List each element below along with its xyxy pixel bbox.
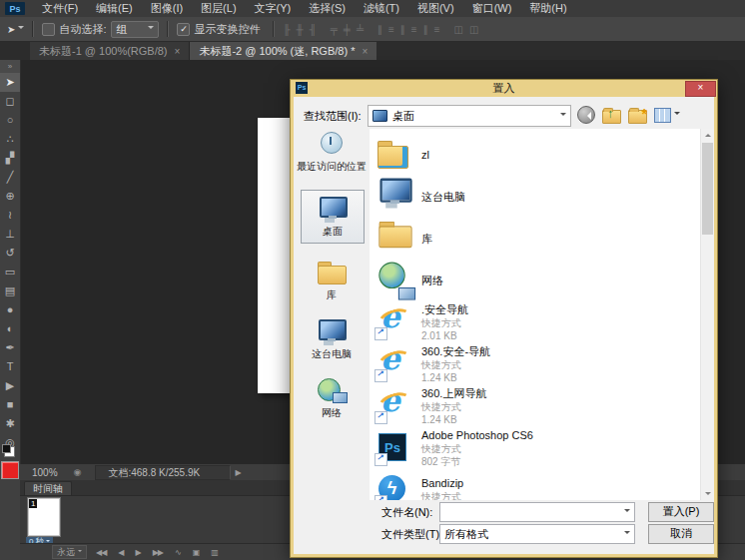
- delete-frame-button[interactable]: ▥: [211, 548, 218, 557]
- list-item[interactable]: Adobe Photoshop CS6快捷方式802 字节: [370, 427, 698, 469]
- auto-select-checkbox[interactable]: [42, 23, 55, 36]
- clone-stamp-tool[interactable]: ⊥: [0, 225, 20, 244]
- file-name-input[interactable]: [439, 502, 635, 522]
- auto-select-dropdown[interactable]: 组: [111, 21, 159, 38]
- collapse-panel-icon[interactable]: »: [0, 60, 20, 73]
- cancel-button[interactable]: 取消: [648, 524, 714, 544]
- brush-tool[interactable]: ≀: [0, 206, 20, 225]
- list-item[interactable]: zl: [370, 134, 698, 176]
- pen-tool[interactable]: ✒: [0, 338, 20, 357]
- eraser-tool[interactable]: ▭: [0, 263, 20, 281]
- eyedropper-tool[interactable]: ╱: [0, 168, 20, 187]
- dropdown-arrow-icon[interactable]: [555, 106, 570, 126]
- close-button[interactable]: ×: [685, 81, 716, 97]
- tools-list: ➤◻○∴▞╱⊕≀⊥↺▭▤●◐✒T▶■✱◎: [0, 73, 20, 452]
- quick-selection-tool[interactable]: ∴: [0, 130, 20, 149]
- computer-icon: [376, 177, 415, 216]
- foreground-color-swatch[interactable]: [1, 461, 19, 479]
- sidebar-item-libraries[interactable]: 库: [296, 260, 368, 302]
- path-selection-tool[interactable]: ▶: [0, 376, 20, 395]
- tool-preset-caret-icon[interactable]: [18, 26, 24, 32]
- crop-tool[interactable]: ▞: [0, 149, 20, 168]
- close-tab-icon[interactable]: ×: [362, 46, 368, 57]
- list-item[interactable]: .安全导航快捷方式2.01 KB: [370, 301, 698, 343]
- play-button[interactable]: ▶: [135, 548, 140, 557]
- menu-item[interactable]: 滤镜(T): [355, 1, 408, 16]
- sidebar-item-desktop[interactable]: 桌面: [301, 190, 365, 244]
- blur-tool[interactable]: ●: [0, 300, 20, 319]
- lasso-tool[interactable]: ○: [0, 111, 20, 130]
- animation-frame[interactable]: 1: [28, 498, 60, 536]
- scroll-up-icon[interactable]: [701, 129, 714, 142]
- views-menu-icon[interactable]: [654, 106, 680, 124]
- list-item[interactable]: 360.上网导航快捷方式1.24 KB: [370, 385, 698, 427]
- shortcut-arrow-icon: [374, 495, 387, 500]
- photoshop-logo-icon: Ps: [5, 2, 25, 15]
- up-one-level-icon[interactable]: [602, 110, 621, 124]
- hand-tool[interactable]: ✱: [0, 414, 20, 433]
- list-item[interactable]: Bandizip快捷方式: [370, 469, 698, 500]
- recent-places-icon: [316, 131, 348, 157]
- dropdown-arrow-icon[interactable]: [619, 503, 634, 521]
- type-tool[interactable]: T: [0, 357, 20, 376]
- next-frame-button[interactable]: ▶▶: [153, 548, 163, 557]
- marquee-tool[interactable]: ◻: [0, 92, 20, 111]
- back-icon[interactable]: [577, 106, 595, 124]
- default-colors-icon[interactable]: [4, 446, 15, 457]
- transport-controls: ◀◀◀▶▶▶∿▣▥: [96, 548, 218, 557]
- list-item[interactable]: 360.安全-导航快捷方式1.24 KB: [370, 343, 698, 385]
- first-frame-button[interactable]: ◀◀: [96, 548, 106, 557]
- sidebar-item-recent-places[interactable]: 最近访问的位置: [296, 131, 368, 174]
- previous-frame-button[interactable]: ◀: [118, 548, 123, 557]
- menu-item[interactable]: 文字(Y): [246, 1, 301, 16]
- menu-item[interactable]: 图层(L): [192, 1, 245, 16]
- menu-item[interactable]: 窗口(W): [463, 1, 521, 16]
- menu-item[interactable]: 帮助(H): [520, 1, 575, 16]
- dropdown-arrow-icon[interactable]: [619, 525, 634, 543]
- list-item[interactable]: 库: [370, 218, 698, 260]
- healing-brush-tool[interactable]: ⊕: [0, 187, 20, 206]
- loop-dropdown[interactable]: 永远: [52, 545, 87, 559]
- scrollbar-thumb[interactable]: [702, 143, 713, 235]
- list-item[interactable]: 这台电脑: [370, 176, 698, 218]
- place-button[interactable]: 置入(P): [648, 502, 714, 522]
- new-folder-icon[interactable]: [628, 110, 647, 124]
- menu-item[interactable]: 选择(S): [300, 1, 355, 16]
- scrollbar[interactable]: [700, 129, 714, 500]
- file-name: zl: [421, 149, 429, 162]
- scroll-down-icon[interactable]: [701, 487, 714, 500]
- show-transform-checkbox[interactable]: ✓: [177, 23, 190, 36]
- sidebar-item-network[interactable]: 网络: [296, 377, 368, 420]
- dialog-titlebar[interactable]: Ps 置入 ×: [291, 80, 717, 96]
- history-brush-tool[interactable]: ↺: [0, 244, 20, 263]
- align-icon-group: ╟╫╢: [283, 24, 316, 35]
- tools-panel: » ➤◻○∴▞╱⊕≀⊥↺▭▤●◐✒T▶■✱◎: [0, 60, 21, 560]
- menu-item[interactable]: 文件(F): [33, 1, 87, 16]
- tween-button[interactable]: ∿: [175, 548, 181, 557]
- file-name: .安全导航: [421, 303, 468, 316]
- menu-item[interactable]: 图像(I): [142, 1, 192, 16]
- gradient-tool[interactable]: ▤: [0, 281, 20, 300]
- shape-tool[interactable]: ■: [0, 395, 20, 414]
- internet-explorer-icon: [376, 305, 410, 339]
- status-arrow-icon[interactable]: ▶: [235, 468, 241, 477]
- menu-bar: Ps 文件(F)编辑(E)图像(I)图层(L)文字(Y)选择(S)滤镜(T)视图…: [0, 0, 745, 17]
- menu-item[interactable]: 编辑(E): [87, 1, 142, 16]
- menu-item[interactable]: 视图(V): [408, 1, 463, 16]
- network-globe-icon: [376, 261, 415, 299]
- look-in-dropdown[interactable]: 桌面: [368, 105, 571, 127]
- close-tab-icon[interactable]: ×: [175, 46, 181, 57]
- zoom-level[interactable]: 100%: [32, 467, 58, 478]
- list-item[interactable]: 网络: [370, 260, 698, 301]
- status-circle-icon: ◉: [74, 467, 82, 477]
- move-tool-preset-icon[interactable]: ➤: [7, 24, 15, 35]
- tab-timeline[interactable]: 时间轴: [24, 481, 72, 496]
- file-type-dropdown[interactable]: 所有格式: [439, 524, 635, 544]
- sidebar-item-this-pc[interactable]: 这台电脑: [296, 318, 368, 361]
- align-icon: ╧: [357, 24, 364, 35]
- tab-untitled-2[interactable]: 未标题-2 @ 100% (迷, RGB/8) * ×: [190, 42, 376, 60]
- move-tool[interactable]: ➤: [0, 73, 20, 92]
- dodge-tool[interactable]: ◐: [0, 319, 20, 338]
- duplicate-frame-button[interactable]: ▣: [193, 548, 200, 557]
- tab-untitled-1[interactable]: 未标题-1 @ 100%(RGB/8) ×: [30, 42, 190, 60]
